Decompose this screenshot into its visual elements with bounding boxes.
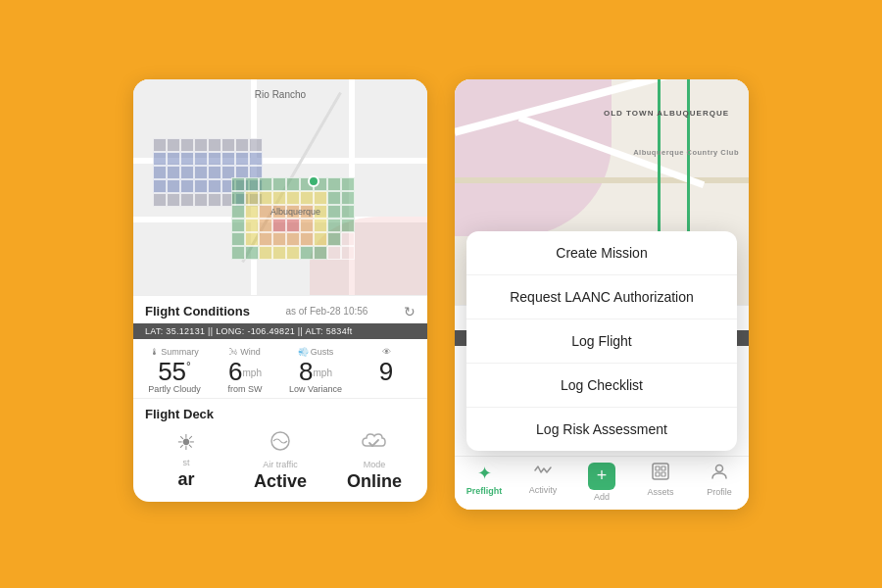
bottom-navigation: ✦ Preflight Activity + Add (455, 456, 749, 510)
assets-label: Assets (647, 487, 673, 497)
popup-item-create-mission[interactable]: Create Mission (466, 231, 737, 275)
nav-item-profile[interactable]: Profile (690, 463, 749, 502)
nav-item-preflight[interactable]: ✦ Preflight (455, 463, 514, 502)
sun-icon: ☀ (176, 430, 196, 456)
svg-rect-5 (662, 472, 665, 476)
flight-conditions-date: as of Feb-28 10:56 (285, 306, 368, 317)
city-label-albuquerque: Albuquerque (270, 207, 320, 217)
popup-item-laanc[interactable]: Request LAANC Authorization (466, 275, 737, 319)
wind-icon: 🌬 (229, 347, 238, 357)
airspace-label: st (182, 458, 189, 467)
airspace-value: ar (177, 469, 194, 490)
popup-item-log-checklist[interactable]: Log Checklist (466, 364, 737, 408)
flight-deck-title: Flight Deck (145, 407, 214, 421)
popup-item-log-flight[interactable]: Log Flight (466, 319, 737, 364)
add-icon[interactable]: + (588, 463, 615, 490)
gusts-icon: 💨 (298, 347, 309, 357)
cloud-check-icon (361, 430, 388, 458)
gusts-value: 8mph (299, 359, 332, 384)
preflight-label: Preflight (466, 486, 503, 496)
visibility-label: 👁 (382, 347, 391, 357)
assets-icon (652, 463, 669, 485)
right-phone: OLD TOWN ALBUQUERQUE Albuquerque Country… (455, 79, 749, 510)
temp-description: Partly Cloudy (148, 384, 201, 394)
activity-label: Activity (529, 485, 558, 495)
gusts-description: Low Variance (289, 384, 342, 394)
main-container: Rio Rancho Albuquerque Flight Conditions… (133, 79, 749, 510)
mode-label: Mode (364, 460, 386, 469)
grid-cluster-colored (231, 177, 355, 260)
svg-rect-3 (662, 466, 665, 470)
left-phone: Rio Rancho Albuquerque Flight Conditions… (133, 79, 427, 502)
activity-icon (534, 463, 552, 483)
coordinates-bar: LAT: 35.12131 || LONG: -106.49821 || ALT… (133, 323, 427, 339)
popup-menu: Create Mission Request LAANC Authorizati… (466, 231, 737, 451)
nav-item-add[interactable]: + Add (572, 463, 631, 502)
air-traffic-label: Air traffic (263, 460, 297, 469)
preflight-icon: ✦ (477, 463, 492, 484)
mode-value: Online (347, 471, 402, 492)
svg-rect-1 (653, 464, 668, 479)
airspace-col: ☀ st ar (141, 430, 231, 492)
summary-label: 🌡 Summary (150, 347, 199, 357)
nav-item-assets[interactable]: Assets (631, 463, 690, 502)
gusts-unit: mph (314, 368, 332, 378)
svg-point-6 (716, 465, 723, 471)
popup-item-log-risk[interactable]: Log Risk Assessment (466, 408, 737, 451)
weather-summary-col: 🌡 Summary 55° Partly Cloudy (141, 347, 208, 394)
air-traffic-icon (269, 430, 292, 458)
temp-unit: ° (186, 360, 191, 373)
nav-item-activity[interactable]: Activity (514, 463, 572, 502)
weather-row: 🌡 Summary 55° Partly Cloudy 🌬 Wind 6mph … (133, 339, 427, 399)
wind-label: 🌬 Wind (229, 347, 261, 357)
profile-icon (710, 463, 728, 485)
wind-value: 6mph (228, 359, 262, 384)
temperature-value: 55° (158, 359, 191, 384)
refresh-icon[interactable]: ↻ (404, 304, 416, 319)
flight-conditions-title: Flight Conditions (145, 304, 250, 318)
left-map[interactable]: Rio Rancho Albuquerque (133, 79, 427, 295)
visibility-value: 9 (379, 359, 393, 384)
svg-rect-4 (656, 472, 660, 476)
flight-deck-header: Flight Deck (133, 399, 427, 426)
air-traffic-col: Air traffic Active (235, 430, 325, 492)
weather-visibility-col: 👁 9 (353, 347, 419, 384)
air-traffic-value: Active (254, 471, 307, 492)
old-town-label: OLD TOWN ALBUQUERQUE (604, 109, 729, 118)
eye-icon: 👁 (382, 347, 391, 357)
mode-col: Mode Online (329, 430, 419, 492)
weather-gusts-col: 💨 Gusts 8mph Low Variance (282, 347, 349, 394)
wind-direction: from SW (228, 384, 263, 394)
weather-wind-col: 🌬 Wind 6mph from SW (212, 347, 278, 394)
profile-label: Profile (707, 487, 732, 497)
flight-conditions-header: Flight Conditions as of Feb-28 10:56 ↻ (133, 295, 427, 323)
flight-deck-row: ☀ st ar Air traffic Active (133, 426, 427, 502)
country-club-label: Albuquerque Country Club (633, 148, 739, 157)
city-label-rio-rancho: Rio Rancho (255, 89, 306, 100)
gusts-label: 💨 Gusts (298, 347, 334, 357)
thermometer-icon: 🌡 (150, 347, 159, 357)
wind-unit: mph (243, 368, 262, 378)
add-label: Add (594, 492, 610, 502)
location-dot (308, 175, 319, 187)
svg-rect-2 (656, 466, 660, 470)
